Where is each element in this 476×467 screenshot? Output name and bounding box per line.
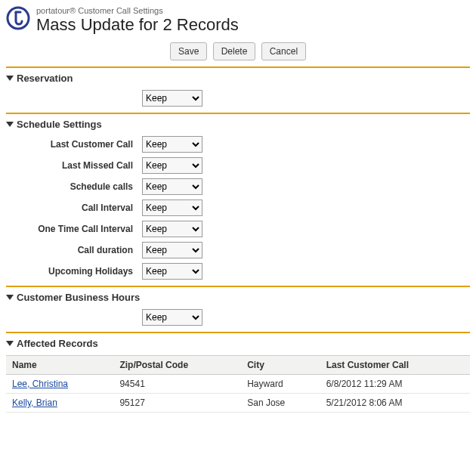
call-duration-select[interactable]: Keep	[142, 242, 202, 258]
section-title-schedule[interactable]: Schedule Settings	[6, 119, 470, 130]
business-hours-select[interactable]: Keep	[142, 309, 202, 326]
section-label: Affected Records	[17, 338, 98, 349]
cell-last-call: 5/21/2012 8:06 AM	[320, 394, 470, 413]
section-label: Customer Business Hours	[17, 292, 140, 303]
delete-button[interactable]: Delete	[213, 42, 256, 60]
breadcrumb: portatour® Customer Call Settings	[36, 6, 239, 15]
cell-zip: 95127	[113, 394, 241, 413]
section-reservation: Reservation Keep	[6, 66, 470, 107]
one-time-call-interval-select[interactable]: Keep	[142, 221, 202, 237]
cell-city: San Jose	[241, 394, 320, 413]
label-upcoming-holidays: Upcoming Holidays	[6, 266, 142, 277]
action-button-row: Save Delete Cancel	[6, 42, 470, 60]
schedule-calls-select[interactable]: Keep	[142, 178, 202, 195]
svg-point-0	[8, 8, 29, 29]
page-header: portatour® Customer Call Settings Mass U…	[6, 6, 470, 35]
label-call-interval: Call Interval	[6, 203, 142, 213]
affected-records-table: Name Zip/Postal Code City Last Customer …	[6, 355, 470, 413]
reservation-select[interactable]: Keep	[142, 90, 202, 107]
record-link[interactable]: Kelly, Brian	[12, 397, 57, 408]
section-business-hours: Customer Business Hours Keep	[6, 286, 470, 326]
label-one-time-call-interval: One Time Call Interval	[6, 224, 142, 234]
section-title-business-hours[interactable]: Customer Business Hours	[6, 292, 470, 303]
collapse-icon	[6, 76, 14, 81]
table-row: Kelly, Brian 95127 San Jose 5/21/2012 8:…	[6, 394, 470, 413]
cancel-button[interactable]: Cancel	[261, 42, 306, 60]
collapse-icon	[6, 295, 14, 300]
col-name[interactable]: Name	[6, 356, 113, 375]
section-title-reservation[interactable]: Reservation	[6, 73, 470, 84]
last-customer-call-select[interactable]: Keep	[142, 136, 202, 153]
cell-zip: 94541	[113, 375, 241, 394]
last-missed-call-select[interactable]: Keep	[142, 157, 202, 174]
cell-last-call: 6/8/2012 11:29 AM	[320, 375, 470, 394]
col-last-call[interactable]: Last Customer Call	[320, 356, 470, 375]
cell-city: Hayward	[241, 375, 320, 394]
save-button[interactable]: Save	[170, 42, 207, 60]
section-affected-records: Affected Records Name Zip/Postal Code Ci…	[6, 332, 470, 413]
label-schedule-calls: Schedule calls	[6, 181, 142, 192]
label-last-customer-call: Last Customer Call	[6, 139, 142, 150]
table-row: Lee, Christina 94541 Hayward 6/8/2012 11…	[6, 375, 470, 394]
section-label: Reservation	[17, 73, 73, 84]
upcoming-holidays-select[interactable]: Keep	[142, 263, 202, 280]
call-interval-select[interactable]: Keep	[142, 199, 202, 216]
label-last-missed-call: Last Missed Call	[6, 160, 142, 171]
record-link[interactable]: Lee, Christina	[12, 379, 68, 389]
collapse-icon	[6, 341, 14, 346]
col-zip[interactable]: Zip/Postal Code	[113, 356, 241, 375]
collapse-icon	[6, 122, 14, 127]
section-title-affected[interactable]: Affected Records	[6, 338, 470, 349]
label-call-duration: Call duration	[6, 245, 142, 255]
section-schedule-settings: Schedule Settings Last Customer Call Kee…	[6, 113, 470, 280]
col-city[interactable]: City	[241, 356, 320, 375]
page-title: Mass Update for 2 Records	[36, 15, 239, 35]
portatour-logo-icon	[6, 6, 30, 30]
section-label: Schedule Settings	[17, 119, 102, 130]
